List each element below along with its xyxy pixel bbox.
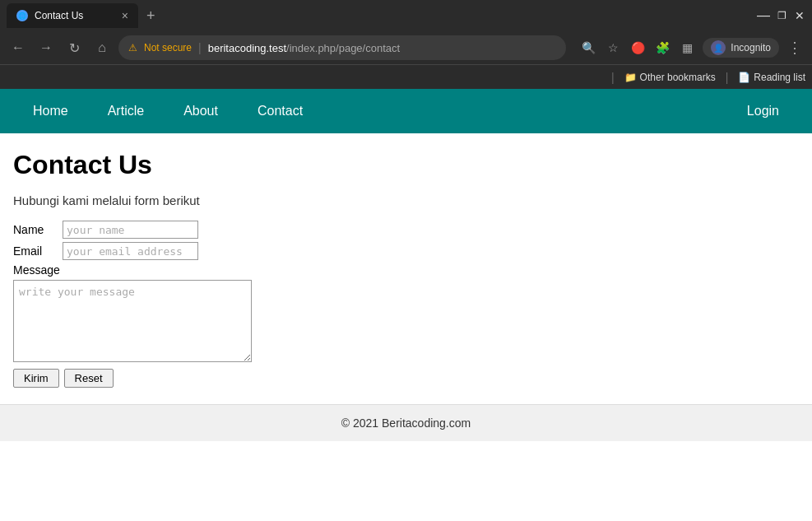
minimize-button[interactable]: — — [758, 10, 769, 21]
reload-button[interactable]: ↻ — [63, 36, 86, 59]
forward-button[interactable]: → — [35, 36, 58, 59]
active-tab[interactable]: 🌐 Contact Us × — [7, 3, 138, 28]
page-footer: © 2021 Beritacoding.com — [0, 404, 812, 441]
url-display: beritacoding.test/index.php/page/contact — [208, 42, 400, 54]
address-bar[interactable]: ⚠ Not secure | beritacoding.test/index.p… — [118, 35, 566, 60]
bookmark-star-icon[interactable]: ☆ — [602, 37, 624, 58]
url-divider: | — [198, 41, 202, 54]
maximize-button[interactable]: ❐ — [776, 10, 787, 21]
nav-about[interactable]: About — [164, 91, 238, 132]
nav-login[interactable]: Login — [727, 91, 799, 132]
other-bookmarks-label: Other bookmarks — [640, 72, 716, 83]
window-controls: — ❐ ✕ — [758, 10, 805, 21]
back-button[interactable]: ← — [7, 36, 30, 59]
email-input[interactable] — [63, 242, 198, 260]
cast-icon[interactable]: ▦ — [676, 37, 698, 58]
page-title: Contact Us — [13, 150, 799, 180]
page-subtitle: Hubungi kami melalui form berikut — [13, 193, 799, 207]
menu-button[interactable]: ⋮ — [784, 35, 805, 60]
extension1-icon[interactable]: 🔴 — [627, 37, 648, 58]
main-content: Contact Us Hubungi kami melalui form ber… — [0, 133, 812, 404]
reset-button[interactable]: Reset — [64, 369, 114, 388]
bookmarks-bar: | 📁 Other bookmarks | 📄 Reading list — [0, 64, 812, 89]
message-label: Message — [13, 263, 799, 277]
nav-contact[interactable]: Contact — [238, 91, 322, 132]
url-domain: beritacoding.test — [208, 42, 286, 54]
name-input[interactable] — [63, 221, 198, 239]
submit-button[interactable]: Kirim — [13, 369, 59, 388]
address-icons: 🔍 ☆ 🔴 🧩 ▦ — [578, 37, 698, 58]
name-row: Name — [13, 221, 799, 239]
email-label: Email — [13, 244, 63, 258]
security-icon: ⚠ — [128, 42, 137, 53]
extension2-icon[interactable]: 🧩 — [652, 37, 673, 58]
page-content: Home Article About Contact Login Contact… — [0, 89, 812, 441]
profile-label: Incognito — [731, 42, 771, 53]
email-row: Email — [13, 242, 799, 260]
reading-list-label: Reading list — [754, 72, 805, 83]
main-nav: Home Article About Contact Login — [0, 89, 812, 133]
not-secure-label: Not secure — [144, 42, 192, 53]
reading-list[interactable]: 📄 Reading list — [738, 72, 805, 83]
tab-bar: 🌐 Contact Us × + — [7, 3, 751, 28]
message-row: Message — [13, 263, 799, 362]
url-path: /index.php/page/contact — [286, 42, 400, 54]
bookmarks-separator: | — [611, 71, 615, 84]
tab-title: Contact Us — [35, 10, 83, 21]
name-label: Name — [13, 223, 63, 236]
reading-list-separator: | — [726, 71, 729, 84]
footer-text: © 2021 Beritacoding.com — [341, 416, 471, 430]
profile-button[interactable]: 👤 Incognito — [703, 38, 779, 58]
reading-list-icon: 📄 — [738, 72, 750, 83]
nav-home[interactable]: Home — [13, 91, 88, 132]
contact-form: Name Email Message Kirim Reset — [13, 221, 799, 388]
browser-chrome: 🌐 Contact Us × + — ❐ ✕ ← → ↻ ⌂ ⚠ Not sec… — [0, 0, 812, 89]
close-button[interactable]: ✕ — [794, 10, 805, 21]
other-bookmarks[interactable]: 📁 Other bookmarks — [624, 72, 716, 83]
form-buttons: Kirim Reset — [13, 369, 799, 388]
title-bar: 🌐 Contact Us × + — ❐ ✕ — [0, 0, 812, 31]
tab-favicon: 🌐 — [16, 10, 28, 21]
message-textarea[interactable] — [13, 280, 252, 362]
new-tab-button[interactable]: + — [142, 7, 160, 25]
profile-avatar: 👤 — [711, 40, 726, 55]
home-button[interactable]: ⌂ — [90, 36, 114, 59]
search-icon[interactable]: 🔍 — [578, 37, 599, 58]
folder-icon: 📁 — [624, 72, 637, 83]
address-bar-row: ← → ↻ ⌂ ⚠ Not secure | beritacoding.test… — [0, 31, 812, 64]
nav-article[interactable]: Article — [88, 91, 164, 132]
tab-close-button[interactable]: × — [122, 9, 128, 22]
